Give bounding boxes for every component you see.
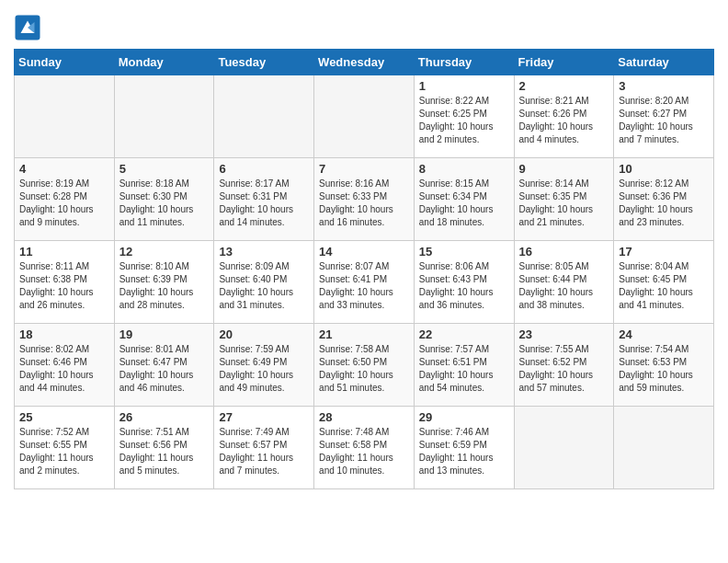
day-number: 16 (519, 245, 609, 259)
weekday-header: Wednesday (314, 50, 415, 75)
day-number: 22 (419, 327, 509, 341)
day-info: Sunrise: 7:49 AM Sunset: 6:57 PM Dayligh… (219, 426, 309, 477)
weekday-header: Saturday (614, 50, 714, 75)
calendar-day-cell: 13Sunrise: 8:09 AM Sunset: 6:40 PM Dayli… (214, 241, 314, 324)
day-number: 13 (219, 245, 309, 259)
weekday-header: Monday (114, 50, 214, 75)
day-info: Sunrise: 7:57 AM Sunset: 6:51 PM Dayligh… (419, 343, 509, 395)
day-info: Sunrise: 8:18 AM Sunset: 6:30 PM Dayligh… (119, 178, 210, 229)
calendar-day-cell: 6Sunrise: 8:17 AM Sunset: 6:31 PM Daylig… (214, 158, 314, 241)
day-info: Sunrise: 8:10 AM Sunset: 6:39 PM Dayligh… (119, 260, 210, 312)
calendar-day-cell: 2Sunrise: 8:21 AM Sunset: 6:26 PM Daylig… (514, 75, 614, 158)
calendar-day-cell: 8Sunrise: 8:15 AM Sunset: 6:34 PM Daylig… (414, 158, 514, 241)
day-info: Sunrise: 8:12 AM Sunset: 6:36 PM Dayligh… (619, 178, 709, 229)
calendar-day-cell: 17Sunrise: 8:04 AM Sunset: 6:45 PM Dayli… (614, 241, 714, 324)
day-info: Sunrise: 8:04 AM Sunset: 6:45 PM Dayligh… (619, 260, 709, 312)
logo (14, 14, 43, 41)
day-number: 25 (19, 410, 109, 424)
day-info: Sunrise: 7:51 AM Sunset: 6:56 PM Dayligh… (119, 426, 210, 477)
day-info: Sunrise: 8:19 AM Sunset: 6:28 PM Dayligh… (19, 178, 109, 229)
day-number: 14 (319, 245, 409, 259)
day-number: 28 (319, 410, 409, 424)
day-info: Sunrise: 8:06 AM Sunset: 6:43 PM Dayligh… (419, 260, 509, 312)
day-number: 29 (419, 410, 509, 424)
calendar-day-cell: 9Sunrise: 8:14 AM Sunset: 6:35 PM Daylig… (514, 158, 614, 241)
calendar-day-cell: 23Sunrise: 7:55 AM Sunset: 6:52 PM Dayli… (514, 324, 614, 407)
calendar-week-row: 18Sunrise: 8:02 AM Sunset: 6:46 PM Dayli… (15, 324, 714, 407)
calendar-day-cell: 25Sunrise: 7:52 AM Sunset: 6:55 PM Dayli… (15, 407, 115, 489)
calendar-day-cell: 18Sunrise: 8:02 AM Sunset: 6:46 PM Dayli… (15, 324, 115, 407)
calendar-day-cell (114, 75, 214, 158)
calendar-day-cell: 16Sunrise: 8:05 AM Sunset: 6:44 PM Dayli… (514, 241, 614, 324)
calendar-day-cell: 21Sunrise: 7:58 AM Sunset: 6:50 PM Dayli… (314, 324, 415, 407)
calendar-table: SundayMondayTuesdayWednesdayThursdayFrid… (14, 49, 714, 489)
calendar-day-cell: 14Sunrise: 8:07 AM Sunset: 6:41 PM Dayli… (314, 241, 415, 324)
day-info: Sunrise: 8:15 AM Sunset: 6:34 PM Dayligh… (419, 178, 509, 229)
day-info: Sunrise: 7:48 AM Sunset: 6:58 PM Dayligh… (319, 426, 409, 477)
day-number: 8 (419, 162, 509, 176)
calendar-day-cell: 7Sunrise: 8:16 AM Sunset: 6:33 PM Daylig… (314, 158, 415, 241)
day-number: 3 (619, 79, 709, 93)
calendar-day-cell: 28Sunrise: 7:48 AM Sunset: 6:58 PM Dayli… (314, 407, 415, 489)
logo-icon (14, 14, 41, 41)
calendar-week-row: 25Sunrise: 7:52 AM Sunset: 6:55 PM Dayli… (15, 407, 714, 489)
day-info: Sunrise: 7:58 AM Sunset: 6:50 PM Dayligh… (319, 343, 409, 395)
calendar-day-cell (514, 407, 614, 489)
calendar-week-row: 4Sunrise: 8:19 AM Sunset: 6:28 PM Daylig… (15, 158, 714, 241)
day-number: 26 (119, 410, 210, 424)
calendar-day-cell: 11Sunrise: 8:11 AM Sunset: 6:38 PM Dayli… (15, 241, 115, 324)
day-number: 10 (619, 162, 709, 176)
day-number: 1 (419, 79, 509, 93)
day-info: Sunrise: 8:02 AM Sunset: 6:46 PM Dayligh… (19, 343, 109, 395)
day-info: Sunrise: 7:55 AM Sunset: 6:52 PM Dayligh… (519, 343, 609, 395)
day-info: Sunrise: 8:20 AM Sunset: 6:27 PM Dayligh… (619, 95, 709, 146)
day-number: 21 (319, 327, 409, 341)
day-number: 5 (119, 162, 210, 176)
calendar-week-row: 1Sunrise: 8:22 AM Sunset: 6:25 PM Daylig… (15, 75, 714, 158)
day-number: 23 (519, 327, 609, 341)
day-info: Sunrise: 8:17 AM Sunset: 6:31 PM Dayligh… (219, 178, 309, 229)
calendar-day-cell: 29Sunrise: 7:46 AM Sunset: 6:59 PM Dayli… (414, 407, 514, 489)
header-row: SundayMondayTuesdayWednesdayThursdayFrid… (15, 50, 714, 75)
day-info: Sunrise: 8:01 AM Sunset: 6:47 PM Dayligh… (119, 343, 210, 395)
calendar-day-cell: 10Sunrise: 8:12 AM Sunset: 6:36 PM Dayli… (614, 158, 714, 241)
calendar-day-cell: 24Sunrise: 7:54 AM Sunset: 6:53 PM Dayli… (614, 324, 714, 407)
day-number: 24 (619, 327, 709, 341)
calendar-day-cell: 27Sunrise: 7:49 AM Sunset: 6:57 PM Dayli… (214, 407, 314, 489)
calendar-day-cell: 4Sunrise: 8:19 AM Sunset: 6:28 PM Daylig… (15, 158, 115, 241)
day-number: 9 (519, 162, 609, 176)
calendar-body: 1Sunrise: 8:22 AM Sunset: 6:25 PM Daylig… (15, 75, 714, 489)
weekday-header: Thursday (414, 50, 514, 75)
day-info: Sunrise: 8:14 AM Sunset: 6:35 PM Dayligh… (519, 178, 609, 229)
page-header (14, 9, 714, 41)
day-info: Sunrise: 8:05 AM Sunset: 6:44 PM Dayligh… (519, 260, 609, 312)
calendar-day-cell (314, 75, 415, 158)
day-number: 7 (319, 162, 409, 176)
calendar-day-cell: 20Sunrise: 7:59 AM Sunset: 6:49 PM Dayli… (214, 324, 314, 407)
day-number: 12 (119, 245, 210, 259)
calendar-day-cell (15, 75, 115, 158)
day-number: 19 (119, 327, 210, 341)
day-number: 18 (19, 327, 109, 341)
calendar-day-cell (614, 407, 714, 489)
day-number: 4 (19, 162, 109, 176)
day-number: 20 (219, 327, 309, 341)
day-info: Sunrise: 8:07 AM Sunset: 6:41 PM Dayligh… (319, 260, 409, 312)
calendar-week-row: 11Sunrise: 8:11 AM Sunset: 6:38 PM Dayli… (15, 241, 714, 324)
calendar-day-cell: 22Sunrise: 7:57 AM Sunset: 6:51 PM Dayli… (414, 324, 514, 407)
calendar-day-cell: 5Sunrise: 8:18 AM Sunset: 6:30 PM Daylig… (114, 158, 214, 241)
day-info: Sunrise: 8:21 AM Sunset: 6:26 PM Dayligh… (519, 95, 609, 146)
calendar-day-cell: 3Sunrise: 8:20 AM Sunset: 6:27 PM Daylig… (614, 75, 714, 158)
day-info: Sunrise: 7:59 AM Sunset: 6:49 PM Dayligh… (219, 343, 309, 395)
weekday-header: Tuesday (214, 50, 314, 75)
day-info: Sunrise: 7:54 AM Sunset: 6:53 PM Dayligh… (619, 343, 709, 395)
day-number: 11 (19, 245, 109, 259)
day-info: Sunrise: 8:22 AM Sunset: 6:25 PM Dayligh… (419, 95, 509, 146)
day-number: 2 (519, 79, 609, 93)
day-number: 17 (619, 245, 709, 259)
calendar-day-cell (214, 75, 314, 158)
calendar-day-cell: 15Sunrise: 8:06 AM Sunset: 6:43 PM Dayli… (414, 241, 514, 324)
weekday-header: Friday (514, 50, 614, 75)
calendar-day-cell: 12Sunrise: 8:10 AM Sunset: 6:39 PM Dayli… (114, 241, 214, 324)
day-number: 6 (219, 162, 309, 176)
